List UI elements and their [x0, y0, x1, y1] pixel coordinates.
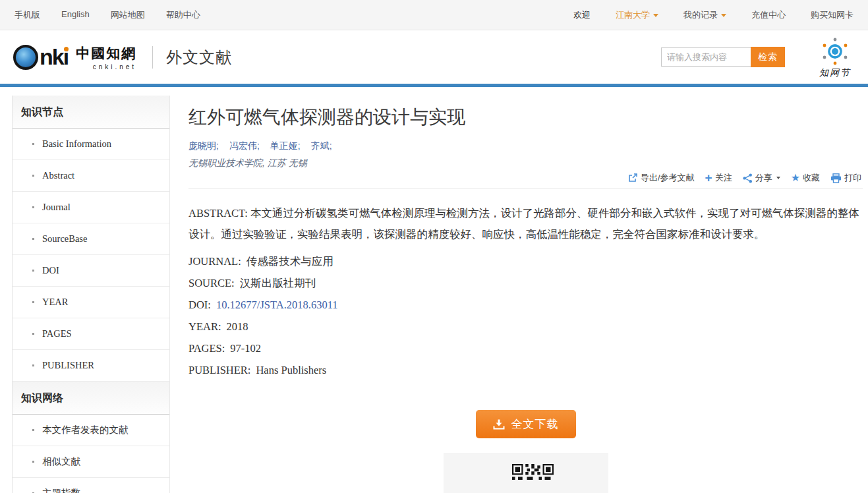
- article-header: 红外可燃气体探测器的设计与实现 庞晓明; 冯宏伟; 单正娅; 齐斌; 无锡职业技…: [188, 105, 863, 188]
- buy-cnki-card-link[interactable]: 购买知网卡: [811, 9, 854, 21]
- sidebar-item-basic-information[interactable]: Basic Information: [13, 129, 169, 160]
- help-center-link[interactable]: 帮助中心: [166, 9, 200, 21]
- sidebar-section-knowledge-node: 知识节点: [13, 96, 169, 129]
- author-list: 庞晓明; 冯宏伟; 单正娅; 齐斌;: [188, 140, 863, 152]
- bullet-icon: [32, 461, 34, 463]
- sidebar-item-publisher[interactable]: PUBLISHER: [13, 350, 169, 382]
- bullet-icon: [32, 333, 34, 335]
- bullet-icon: [32, 429, 34, 431]
- sidebar-item-similar-literature[interactable]: 相似文献: [13, 446, 169, 478]
- print-button[interactable]: 打印: [830, 172, 861, 184]
- star-icon: ★: [791, 173, 800, 183]
- share-icon: [743, 173, 753, 183]
- sidebar-item-doi[interactable]: DOI: [13, 255, 169, 287]
- follow-button[interactable]: + 关注: [705, 172, 732, 184]
- meta-row-journal: JOURNAL: 传感器技术与应用: [188, 250, 863, 272]
- qr-code-panel: [444, 453, 608, 493]
- abstract-label: ABSTRACT:: [188, 207, 248, 219]
- bullet-icon: [32, 143, 34, 145]
- article-main: 红外可燃气体探测器的设计与实现 庞晓明; 冯宏伟; 单正娅; 齐斌; 无锡职业技…: [188, 96, 863, 493]
- download-section: 全文下载: [188, 410, 863, 493]
- content-area: 知识节点 Basic Information Abstract Journal …: [0, 84, 868, 493]
- bullet-icon: [32, 175, 34, 177]
- header-divider: [152, 46, 153, 69]
- meta-row-pages: PAGES: 97-102: [188, 337, 863, 359]
- chevron-down-icon: [721, 14, 726, 17]
- sidebar-section-knowledge-network: 知识网络: [13, 382, 169, 415]
- site-header: nki 中國知網 cnki.net 外文文献 检索: [0, 30, 868, 84]
- sidebar-item-abstract[interactable]: Abstract: [13, 160, 169, 192]
- bullet-icon: [32, 270, 34, 272]
- welcome-text: 欢迎: [573, 9, 591, 21]
- topbar-left-nav: 手机版 English 网站地图 帮助中心: [14, 9, 200, 21]
- cnki-logo[interactable]: nki 中國知網 cnki.net: [13, 44, 136, 71]
- my-records-menu[interactable]: 我的记录: [683, 9, 726, 21]
- chevron-down-icon: [776, 177, 780, 179]
- university-name: 江南大学: [616, 9, 650, 21]
- globe-icon: [13, 45, 38, 70]
- author-link[interactable]: 冯宏伟;: [229, 140, 260, 152]
- export-references-button[interactable]: 导出/参考文献: [628, 172, 695, 184]
- article-title: 红外可燃气体探测器的设计与实现: [188, 105, 863, 130]
- plus-icon: +: [705, 171, 712, 184]
- meta-row-publisher: PUBLISHER: Hans Publishers: [188, 359, 863, 381]
- cnki-logo-latin: nki: [40, 44, 68, 70]
- search-box: 检索: [661, 47, 785, 67]
- meta-row-doi: DOI: 10.12677/JSTA.2018.63011: [188, 294, 863, 316]
- meta-row-source: SOURCE: 汉斯出版社期刊: [188, 272, 863, 294]
- sidebar: 知识节点 Basic Information Abstract Journal …: [12, 96, 170, 493]
- printer-icon: [830, 173, 842, 183]
- recharge-center-link[interactable]: 充值中心: [751, 9, 786, 21]
- page-section-title: 外文文献: [166, 47, 232, 68]
- author-link[interactable]: 齐斌;: [311, 140, 332, 152]
- metadata-list: JOURNAL: 传感器技术与应用 SOURCE: 汉斯出版社期刊 DOI: 1…: [188, 250, 863, 381]
- sidebar-item-sourcebase[interactable]: SourceBase: [13, 223, 169, 255]
- sitemap-link[interactable]: 网站地图: [111, 9, 145, 21]
- cnki-node-logo: 知网节: [811, 36, 859, 79]
- doi-link[interactable]: 10.12677/JSTA.2018.63011: [216, 299, 338, 312]
- search-button[interactable]: 检索: [751, 47, 785, 67]
- bullet-icon: [32, 238, 34, 240]
- qr-code-image: [498, 453, 554, 493]
- university-account-menu[interactable]: 江南大学: [616, 9, 658, 21]
- sidebar-item-topic-index[interactable]: 主题指数: [13, 478, 169, 493]
- sidebar-item-pages[interactable]: PAGES: [13, 318, 169, 350]
- abstract-text: 本文通过分析碳氢类可燃气体检测原理与检测方法，设计了光路部分、硬件部分和嵌入式软…: [188, 207, 859, 241]
- download-icon: [493, 419, 505, 430]
- topbar-right-nav: 欢迎 江南大学 我的记录 充值中心 购买知网卡: [573, 9, 854, 21]
- meta-row-year: YEAR: 2018: [188, 316, 863, 337]
- pinwheel-icon: [818, 36, 852, 69]
- sidebar-item-author-publications[interactable]: 本文作者发表的文献: [13, 415, 169, 446]
- export-icon: [628, 173, 638, 183]
- bullet-icon: [32, 301, 34, 303]
- node-logo-label: 知网节: [819, 67, 851, 79]
- abstract-paragraph: ABSTRACT: 本文通过分析碳氢类可燃气体检测原理与检测方法，设计了光路部分…: [188, 203, 861, 245]
- author-link[interactable]: 单正娅;: [270, 140, 301, 152]
- affiliation-text: 无锡职业技术学院, 江苏 无锡: [188, 158, 863, 169]
- article-toolbar: 导出/参考文献 + 关注 分享: [188, 169, 863, 188]
- author-link[interactable]: 庞晓明;: [188, 140, 219, 152]
- my-records-label: 我的记录: [683, 9, 718, 21]
- sidebar-item-journal[interactable]: Journal: [13, 192, 169, 223]
- bullet-icon: [32, 206, 34, 208]
- bullet-icon: [32, 364, 34, 366]
- search-input[interactable]: [661, 47, 751, 67]
- mobile-version-link[interactable]: 手机版: [14, 9, 40, 21]
- cnki-logo-chinese: 中國知網 cnki.net: [76, 44, 136, 71]
- topbar: 手机版 English 网站地图 帮助中心 欢迎 江南大学 我的记录 充值中心 …: [0, 0, 868, 30]
- english-link[interactable]: English: [61, 9, 90, 21]
- favorite-button[interactable]: ★ 收藏: [791, 172, 820, 184]
- chevron-down-icon: [653, 14, 658, 17]
- fulltext-download-button[interactable]: 全文下载: [476, 410, 576, 438]
- sidebar-item-year[interactable]: YEAR: [13, 287, 169, 318]
- share-button[interactable]: 分享: [743, 172, 780, 184]
